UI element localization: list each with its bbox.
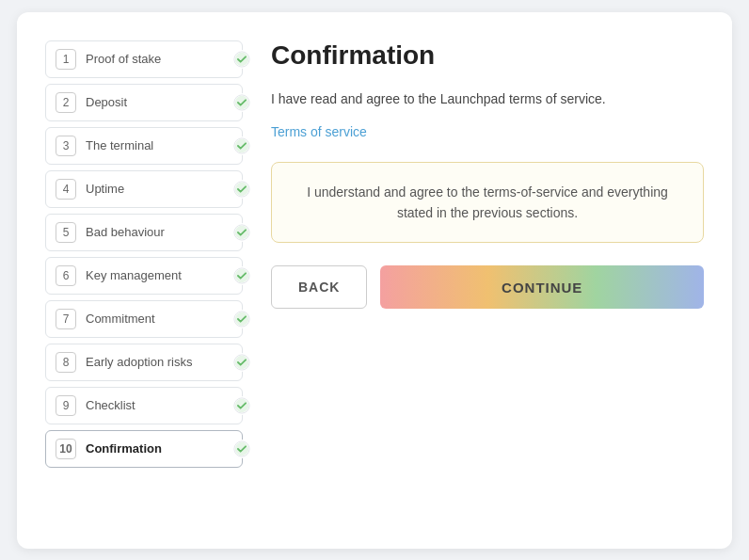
sidebar-step-3[interactable]: 3The terminal [45, 127, 243, 165]
step-label-1: Proof of stake [86, 52, 161, 66]
svg-point-19 [235, 441, 248, 455]
check-icon-7 [232, 310, 251, 328]
step-label-6: Key management [86, 268, 182, 282]
step-num-5: 5 [56, 222, 76, 243]
svg-point-17 [235, 398, 248, 411]
step-num-9: 9 [56, 395, 76, 416]
check-icon-5 [232, 223, 251, 242]
step-num-1: 1 [56, 49, 76, 70]
step-num-10: 10 [56, 439, 76, 459]
buttons-row: BACK CONTINUE [271, 265, 704, 309]
check-icon-8 [232, 353, 251, 372]
sidebar-step-4[interactable]: 4Uptime [45, 170, 243, 208]
check-icon-3 [232, 136, 251, 155]
sidebar-step-8[interactable]: 8Early adoption risks [45, 344, 243, 381]
check-icon-1 [232, 50, 251, 69]
svg-point-15 [235, 355, 248, 368]
sidebar-step-7[interactable]: 7Commitment [45, 300, 243, 338]
page-title: Confirmation [271, 40, 704, 71]
step-label-7: Commitment [86, 312, 155, 326]
step-label-2: Deposit [86, 95, 127, 109]
step-num-3: 3 [56, 136, 76, 156]
step-label-10: Confirmation [86, 441, 162, 456]
sidebar-step-9[interactable]: 9Checklist [45, 387, 243, 424]
step-label-3: The terminal [86, 138, 153, 152]
terms-of-service-link[interactable]: Terms of service [271, 124, 704, 139]
step-num-6: 6 [56, 265, 76, 286]
step-label-4: Uptime [86, 182, 124, 196]
check-icon-4 [232, 180, 251, 199]
main-content: Confirmation I have read and agree to th… [271, 40, 704, 520]
svg-point-9 [235, 225, 248, 238]
sidebar-step-1[interactable]: 1Proof of stake [45, 40, 243, 78]
step-num-4: 4 [56, 179, 76, 200]
sidebar-step-5[interactable]: 5Bad behaviour [45, 214, 243, 251]
svg-point-11 [235, 268, 248, 281]
continue-button[interactable]: CONTINUE [380, 265, 704, 309]
check-icon-2 [232, 93, 251, 112]
back-button[interactable]: BACK [271, 265, 367, 309]
svg-point-7 [235, 182, 248, 195]
svg-point-3 [235, 95, 248, 108]
check-icon-10 [232, 440, 251, 458]
step-num-7: 7 [56, 309, 76, 329]
svg-point-1 [235, 52, 248, 65]
step-label-8: Early adoption risks [86, 355, 192, 369]
svg-point-13 [235, 312, 248, 325]
main-card: 1Proof of stake 2Deposit 3The terminal 4… [17, 12, 732, 549]
agreement-box: I understand and agree to the terms-of-s… [271, 162, 704, 244]
step-label-5: Bad behaviour [86, 225, 165, 239]
description-text: I have read and agree to the Launchpad t… [271, 89, 704, 109]
step-num-2: 2 [56, 92, 76, 113]
check-icon-6 [232, 266, 251, 285]
svg-point-5 [235, 138, 248, 152]
sidebar-step-2[interactable]: 2Deposit [45, 84, 243, 121]
sidebar-step-6[interactable]: 6Key management [45, 257, 243, 295]
check-icon-9 [232, 396, 251, 415]
step-label-9: Checklist [86, 398, 135, 412]
sidebar-step-10[interactable]: 10Confirmation [45, 430, 243, 468]
sidebar: 1Proof of stake 2Deposit 3The terminal 4… [45, 40, 243, 520]
step-num-8: 8 [56, 352, 76, 373]
